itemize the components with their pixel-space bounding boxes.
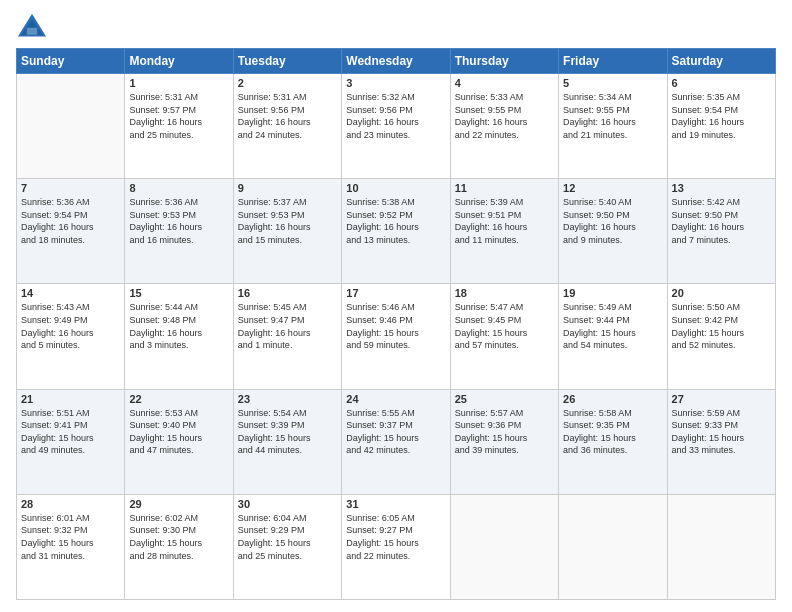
calendar-cell: 19Sunrise: 5:49 AM Sunset: 9:44 PM Dayli… (559, 284, 667, 389)
week-row-1: 1Sunrise: 5:31 AM Sunset: 9:57 PM Daylig… (17, 74, 776, 179)
cell-info: Sunrise: 6:05 AM Sunset: 9:27 PM Dayligh… (346, 512, 445, 562)
calendar-cell: 26Sunrise: 5:58 AM Sunset: 9:35 PM Dayli… (559, 389, 667, 494)
cell-info: Sunrise: 5:39 AM Sunset: 9:51 PM Dayligh… (455, 196, 554, 246)
calendar-cell (667, 494, 775, 599)
calendar-cell: 8Sunrise: 5:36 AM Sunset: 9:53 PM Daylig… (125, 179, 233, 284)
calendar-cell: 29Sunrise: 6:02 AM Sunset: 9:30 PM Dayli… (125, 494, 233, 599)
day-number: 9 (238, 182, 337, 194)
calendar-cell: 12Sunrise: 5:40 AM Sunset: 9:50 PM Dayli… (559, 179, 667, 284)
cell-info: Sunrise: 5:33 AM Sunset: 9:55 PM Dayligh… (455, 91, 554, 141)
logo-icon (16, 12, 48, 40)
week-row-4: 21Sunrise: 5:51 AM Sunset: 9:41 PM Dayli… (17, 389, 776, 494)
calendar-cell (450, 494, 558, 599)
calendar-cell: 6Sunrise: 5:35 AM Sunset: 9:54 PM Daylig… (667, 74, 775, 179)
cell-info: Sunrise: 5:53 AM Sunset: 9:40 PM Dayligh… (129, 407, 228, 457)
header-wednesday: Wednesday (342, 49, 450, 74)
cell-info: Sunrise: 6:02 AM Sunset: 9:30 PM Dayligh… (129, 512, 228, 562)
week-row-5: 28Sunrise: 6:01 AM Sunset: 9:32 PM Dayli… (17, 494, 776, 599)
week-row-3: 14Sunrise: 5:43 AM Sunset: 9:49 PM Dayli… (17, 284, 776, 389)
cell-info: Sunrise: 5:58 AM Sunset: 9:35 PM Dayligh… (563, 407, 662, 457)
cell-info: Sunrise: 6:04 AM Sunset: 9:29 PM Dayligh… (238, 512, 337, 562)
cell-info: Sunrise: 5:32 AM Sunset: 9:56 PM Dayligh… (346, 91, 445, 141)
day-number: 30 (238, 498, 337, 510)
cell-info: Sunrise: 6:01 AM Sunset: 9:32 PM Dayligh… (21, 512, 120, 562)
cell-info: Sunrise: 5:34 AM Sunset: 9:55 PM Dayligh… (563, 91, 662, 141)
day-number: 15 (129, 287, 228, 299)
cell-info: Sunrise: 5:49 AM Sunset: 9:44 PM Dayligh… (563, 301, 662, 351)
calendar-cell: 14Sunrise: 5:43 AM Sunset: 9:49 PM Dayli… (17, 284, 125, 389)
calendar-cell: 9Sunrise: 5:37 AM Sunset: 9:53 PM Daylig… (233, 179, 341, 284)
calendar-cell: 27Sunrise: 5:59 AM Sunset: 9:33 PM Dayli… (667, 389, 775, 494)
day-number: 8 (129, 182, 228, 194)
day-number: 14 (21, 287, 120, 299)
header-friday: Friday (559, 49, 667, 74)
day-number: 19 (563, 287, 662, 299)
calendar-cell: 16Sunrise: 5:45 AM Sunset: 9:47 PM Dayli… (233, 284, 341, 389)
cell-info: Sunrise: 5:46 AM Sunset: 9:46 PM Dayligh… (346, 301, 445, 351)
cell-info: Sunrise: 5:35 AM Sunset: 9:54 PM Dayligh… (672, 91, 771, 141)
cell-info: Sunrise: 5:40 AM Sunset: 9:50 PM Dayligh… (563, 196, 662, 246)
header-monday: Monday (125, 49, 233, 74)
day-number: 21 (21, 393, 120, 405)
cell-info: Sunrise: 5:54 AM Sunset: 9:39 PM Dayligh… (238, 407, 337, 457)
cell-info: Sunrise: 5:36 AM Sunset: 9:54 PM Dayligh… (21, 196, 120, 246)
calendar-cell: 31Sunrise: 6:05 AM Sunset: 9:27 PM Dayli… (342, 494, 450, 599)
calendar-cell: 5Sunrise: 5:34 AM Sunset: 9:55 PM Daylig… (559, 74, 667, 179)
calendar-cell: 20Sunrise: 5:50 AM Sunset: 9:42 PM Dayli… (667, 284, 775, 389)
header (16, 12, 776, 40)
cell-info: Sunrise: 5:47 AM Sunset: 9:45 PM Dayligh… (455, 301, 554, 351)
cell-info: Sunrise: 5:43 AM Sunset: 9:49 PM Dayligh… (21, 301, 120, 351)
header-tuesday: Tuesday (233, 49, 341, 74)
cell-info: Sunrise: 5:51 AM Sunset: 9:41 PM Dayligh… (21, 407, 120, 457)
day-number: 10 (346, 182, 445, 194)
calendar-cell: 24Sunrise: 5:55 AM Sunset: 9:37 PM Dayli… (342, 389, 450, 494)
day-number: 3 (346, 77, 445, 89)
calendar-cell: 23Sunrise: 5:54 AM Sunset: 9:39 PM Dayli… (233, 389, 341, 494)
cell-info: Sunrise: 5:36 AM Sunset: 9:53 PM Dayligh… (129, 196, 228, 246)
calendar-cell: 28Sunrise: 6:01 AM Sunset: 9:32 PM Dayli… (17, 494, 125, 599)
day-number: 1 (129, 77, 228, 89)
cell-info: Sunrise: 5:44 AM Sunset: 9:48 PM Dayligh… (129, 301, 228, 351)
cell-info: Sunrise: 5:55 AM Sunset: 9:37 PM Dayligh… (346, 407, 445, 457)
calendar-cell: 17Sunrise: 5:46 AM Sunset: 9:46 PM Dayli… (342, 284, 450, 389)
day-number: 5 (563, 77, 662, 89)
day-number: 26 (563, 393, 662, 405)
svg-rect-2 (27, 28, 38, 35)
calendar-cell: 25Sunrise: 5:57 AM Sunset: 9:36 PM Dayli… (450, 389, 558, 494)
calendar-cell: 30Sunrise: 6:04 AM Sunset: 9:29 PM Dayli… (233, 494, 341, 599)
day-number: 24 (346, 393, 445, 405)
cell-info: Sunrise: 5:31 AM Sunset: 9:56 PM Dayligh… (238, 91, 337, 141)
week-row-2: 7Sunrise: 5:36 AM Sunset: 9:54 PM Daylig… (17, 179, 776, 284)
cell-info: Sunrise: 5:59 AM Sunset: 9:33 PM Dayligh… (672, 407, 771, 457)
calendar-cell: 18Sunrise: 5:47 AM Sunset: 9:45 PM Dayli… (450, 284, 558, 389)
calendar-cell: 3Sunrise: 5:32 AM Sunset: 9:56 PM Daylig… (342, 74, 450, 179)
calendar-cell: 7Sunrise: 5:36 AM Sunset: 9:54 PM Daylig… (17, 179, 125, 284)
day-number: 20 (672, 287, 771, 299)
day-number: 25 (455, 393, 554, 405)
calendar-cell (17, 74, 125, 179)
cell-info: Sunrise: 5:45 AM Sunset: 9:47 PM Dayligh… (238, 301, 337, 351)
day-number: 6 (672, 77, 771, 89)
cell-info: Sunrise: 5:57 AM Sunset: 9:36 PM Dayligh… (455, 407, 554, 457)
day-number: 17 (346, 287, 445, 299)
calendar-cell: 21Sunrise: 5:51 AM Sunset: 9:41 PM Dayli… (17, 389, 125, 494)
calendar: SundayMondayTuesdayWednesdayThursdayFrid… (16, 48, 776, 600)
day-number: 2 (238, 77, 337, 89)
cell-info: Sunrise: 5:31 AM Sunset: 9:57 PM Dayligh… (129, 91, 228, 141)
day-number: 16 (238, 287, 337, 299)
calendar-cell: 22Sunrise: 5:53 AM Sunset: 9:40 PM Dayli… (125, 389, 233, 494)
calendar-cell: 15Sunrise: 5:44 AM Sunset: 9:48 PM Dayli… (125, 284, 233, 389)
logo (16, 12, 52, 40)
header-sunday: Sunday (17, 49, 125, 74)
day-number: 29 (129, 498, 228, 510)
calendar-header-row: SundayMondayTuesdayWednesdayThursdayFrid… (17, 49, 776, 74)
day-number: 23 (238, 393, 337, 405)
calendar-cell: 2Sunrise: 5:31 AM Sunset: 9:56 PM Daylig… (233, 74, 341, 179)
calendar-cell: 11Sunrise: 5:39 AM Sunset: 9:51 PM Dayli… (450, 179, 558, 284)
cell-info: Sunrise: 5:42 AM Sunset: 9:50 PM Dayligh… (672, 196, 771, 246)
calendar-cell: 13Sunrise: 5:42 AM Sunset: 9:50 PM Dayli… (667, 179, 775, 284)
calendar-cell: 4Sunrise: 5:33 AM Sunset: 9:55 PM Daylig… (450, 74, 558, 179)
page: SundayMondayTuesdayWednesdayThursdayFrid… (0, 0, 792, 612)
cell-info: Sunrise: 5:50 AM Sunset: 9:42 PM Dayligh… (672, 301, 771, 351)
header-thursday: Thursday (450, 49, 558, 74)
